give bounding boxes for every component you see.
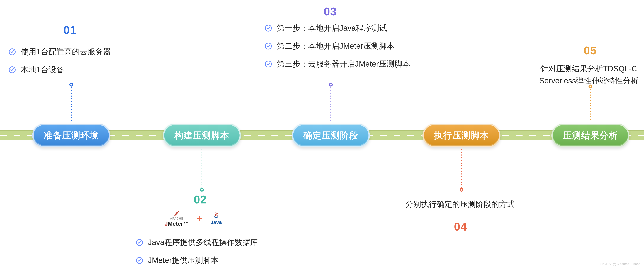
step-pill-4: 执行压测脚本	[422, 124, 500, 147]
step-number-04: 04	[454, 220, 467, 233]
bullet-item: 本地1台设备	[8, 65, 111, 75]
connector-dot	[200, 188, 204, 192]
check-icon	[136, 239, 143, 246]
connector-1	[71, 85, 72, 122]
connector-3	[330, 85, 331, 122]
connector-5	[590, 86, 591, 122]
step-pill-label: 确定压测阶段	[303, 130, 358, 141]
step-number-02: 02	[194, 193, 207, 206]
java-name: Java	[210, 219, 222, 225]
connector-dot	[329, 83, 333, 87]
bullet-item: Java程序提供多线程操作数据库	[136, 237, 258, 248]
step2-bullets: Java程序提供多线程操作数据库 JMeter提供压测脚本	[136, 237, 258, 266]
bullet-text: 第二步：本地开启JMeter压测脚本	[277, 41, 394, 51]
step-number-05: 05	[584, 44, 597, 57]
bullet-text: JMeter提供压测脚本	[148, 255, 219, 266]
step-pill-label: 执行压测脚本	[434, 130, 489, 141]
bullet-text: 第三步：云服务器开启JMeter压测脚本	[277, 59, 410, 69]
bullet-item: JMeter提供压测脚本	[136, 255, 258, 266]
plus-icon: +	[197, 213, 203, 225]
step2-tools-row: APACHE JJMeterMeter™ + Java	[164, 210, 222, 227]
jmeter-brand: APACHE	[170, 217, 184, 220]
bullet-item: 第三步：云服务器开启JMeter压测脚本	[265, 59, 410, 69]
feather-icon	[174, 210, 180, 217]
java-logo: Java	[210, 212, 222, 225]
step4-text: 分别执行确定的压测阶段的方式	[406, 198, 515, 210]
bullet-item: 第一步：本地开启Java程序测试	[265, 23, 410, 33]
step-pill-5: 压测结果分析	[551, 124, 630, 147]
bullet-text: 第一步：本地开启Java程序测试	[277, 23, 387, 33]
jmeter-name: JJMeterMeter™	[164, 220, 189, 227]
connector-dot	[70, 83, 73, 87]
step-pill-label: 准备压测环境	[44, 130, 99, 141]
step5-line1: 针对压测结果分析TDSQL-C	[540, 64, 637, 73]
check-icon	[136, 257, 143, 264]
step-pill-1: 准备压测环境	[32, 124, 110, 147]
step-pill-3: 确定压测阶段	[292, 124, 370, 147]
bullet-text: 本地1台设备	[21, 65, 64, 75]
check-icon	[8, 66, 16, 74]
jmeter-logo: APACHE JJMeterMeter™	[164, 210, 189, 227]
step3-bullets: 第一步：本地开启Java程序测试 第二步：本地开启JMeter压测脚本 第三步：…	[265, 23, 410, 69]
step5-text: 针对压测结果分析TDSQL-C Serverless弹性伸缩特性分析	[539, 63, 638, 87]
step-pill-2: 构建压测脚本	[163, 124, 241, 147]
watermark: CSDN @wanmeijuhao	[600, 262, 640, 266]
bullet-item: 第二步：本地开启JMeter压测脚本	[265, 41, 410, 51]
step-pill-label: 压测结果分析	[563, 130, 618, 141]
connector-4	[461, 149, 462, 190]
bullet-item: 使用1台配置高的云服务器	[8, 47, 111, 57]
step5-line2: Serverless弹性伸缩特性分析	[539, 76, 638, 85]
check-icon	[265, 60, 272, 68]
check-icon	[265, 42, 272, 50]
connector-dot	[460, 188, 463, 192]
coffee-cup-icon	[212, 212, 220, 219]
step1-bullets: 使用1台配置高的云服务器 本地1台设备	[8, 47, 111, 75]
step-pill-label: 构建压测脚本	[174, 130, 229, 141]
connector-2	[202, 149, 202, 190]
step-number-01: 01	[64, 24, 76, 37]
check-icon	[8, 48, 16, 56]
step-number-03: 03	[324, 5, 337, 18]
check-icon	[265, 24, 272, 32]
bullet-text: 使用1台配置高的云服务器	[21, 47, 111, 57]
bullet-text: Java程序提供多线程操作数据库	[148, 237, 258, 248]
